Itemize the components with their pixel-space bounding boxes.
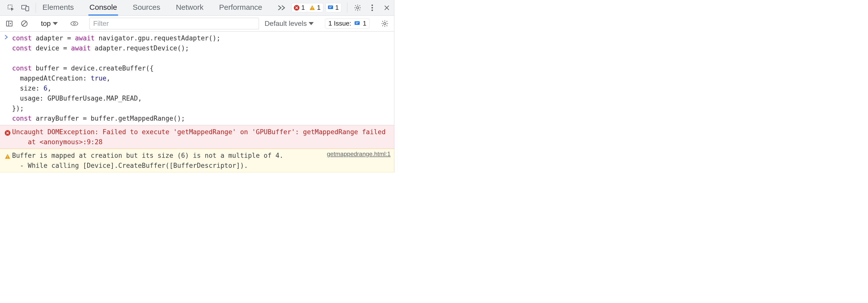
inspect-element-icon[interactable] (3, 0, 18, 15)
issues-button[interactable]: 1 Issue: 1 (325, 18, 370, 29)
info-counter[interactable]: 1 (326, 3, 342, 12)
info-icon (327, 4, 334, 11)
live-expression-icon[interactable] (68, 18, 80, 29)
tab-console[interactable]: Console (88, 0, 118, 15)
error-icon (4, 127, 12, 136)
info-count: 1 (335, 4, 339, 11)
svg-point-17 (71, 22, 78, 26)
console-body: const adapter = await navigator.gpu.requ… (0, 32, 394, 172)
svg-rect-21 (355, 23, 358, 24)
close-icon[interactable] (379, 0, 394, 15)
console-toolbar: top Default levels 1 Issue: 1 (0, 15, 394, 32)
clear-console-icon[interactable] (19, 18, 30, 29)
chevron-down-icon (309, 22, 314, 25)
error-counter[interactable]: 1 (291, 3, 308, 12)
svg-point-18 (73, 23, 75, 25)
svg-point-22 (384, 22, 386, 25)
device-toolbar-icon[interactable] (18, 0, 33, 15)
tab-label: Sources (133, 3, 160, 11)
tab-elements[interactable]: Elements (41, 0, 75, 15)
tab-label: Performance (219, 3, 262, 11)
devtools-tabbar: Elements Console Sources Network Perform… (0, 0, 394, 15)
svg-line-16 (23, 22, 26, 25)
svg-rect-5 (312, 9, 312, 9)
console-error-row[interactable]: Uncaught DOMException: Failed to execute… (0, 125, 394, 149)
warning-icon (309, 4, 315, 11)
extension-panel (394, 0, 868, 172)
svg-rect-20 (355, 22, 359, 23)
issues-label: 1 Issue: (328, 20, 351, 27)
error-icon (293, 4, 300, 11)
info-icon (354, 20, 361, 27)
console-input-row[interactable]: const adapter = await navigator.gpu.requ… (0, 32, 394, 125)
svg-rect-13 (6, 21, 12, 26)
svg-rect-25 (7, 158, 8, 158)
execution-context-select[interactable]: top (39, 20, 59, 28)
warning-source-link[interactable]: getmappedrange.html:1 (327, 150, 391, 158)
error-message: Uncaught DOMException: Failed to execute… (12, 127, 391, 147)
filter-input[interactable] (89, 18, 259, 29)
warning-icon (4, 150, 12, 160)
kebab-menu-icon[interactable] (365, 0, 379, 15)
log-level-select[interactable]: Default levels (262, 20, 316, 28)
warning-counter[interactable]: 1 (307, 3, 323, 12)
tab-label: Console (89, 3, 117, 11)
tab-performance[interactable]: Performance (218, 0, 263, 15)
svg-point-11 (371, 7, 373, 8)
console-input-code: const adapter = await navigator.gpu.requ… (12, 33, 391, 124)
svg-point-9 (356, 7, 359, 9)
svg-point-12 (371, 9, 373, 11)
more-tabs-icon[interactable] (277, 0, 287, 15)
input-prompt-icon (4, 33, 12, 40)
svg-rect-4 (312, 7, 312, 8)
svg-rect-6 (328, 5, 333, 9)
svg-rect-7 (329, 6, 332, 7)
toggle-sidebar-icon[interactable] (3, 18, 15, 29)
svg-rect-8 (329, 7, 331, 8)
tab-label: Elements (42, 3, 74, 11)
tab-label: Network (176, 3, 204, 11)
tab-sources[interactable]: Sources (132, 0, 161, 15)
svg-rect-2 (26, 6, 29, 11)
error-count: 1 (301, 4, 305, 11)
tab-network[interactable]: Network (175, 0, 205, 15)
message-counters[interactable]: 1 1 1 (291, 0, 342, 15)
warning-message: Buffer is mapped at creation but its siz… (12, 150, 322, 171)
issues-count: 1 (363, 20, 366, 27)
svg-point-10 (371, 4, 373, 6)
context-label: top (41, 20, 51, 28)
console-settings-icon[interactable] (379, 18, 391, 29)
console-warning-row[interactable]: Buffer is mapped at creation but its siz… (0, 149, 394, 172)
settings-icon[interactable] (350, 0, 365, 15)
svg-rect-19 (354, 21, 360, 25)
svg-rect-24 (7, 156, 8, 157)
chevron-down-icon (53, 22, 58, 25)
warning-count: 1 (317, 4, 320, 11)
levels-label: Default levels (265, 20, 307, 28)
